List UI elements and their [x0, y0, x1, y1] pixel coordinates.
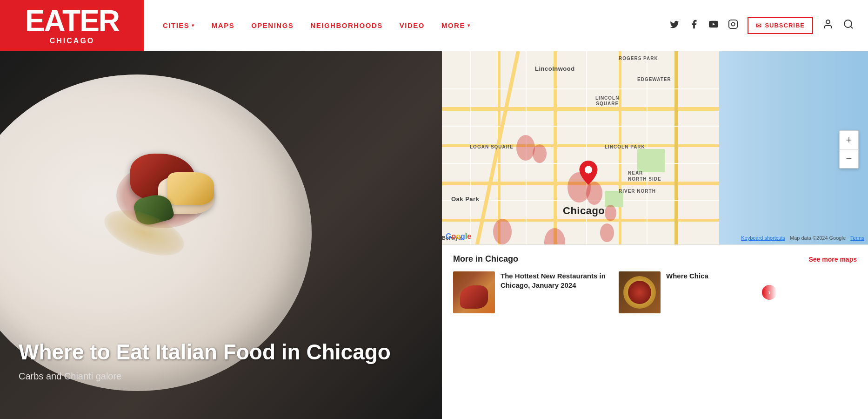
- card-2-text: Where Chica: [666, 271, 756, 281]
- pin-cluster: [600, 223, 614, 242]
- zoom-in-button[interactable]: +: [840, 131, 858, 149]
- park-area: [637, 149, 665, 172]
- map-label-rogers-park: ROGERS PARK: [619, 56, 658, 61]
- nav-openings[interactable]: OPENINGS: [251, 21, 294, 29]
- map-container[interactable]: ROGERS PARK Lincolnwood EDGEWATER LINCOL…: [442, 51, 868, 244]
- hero-section: Where to Eat Italian Food in Chicago Car…: [0, 51, 442, 419]
- map-label-edgewater: EDGEWATER: [637, 77, 671, 82]
- card-1-title: The Hottest New Restaurants in Chicago, …: [501, 271, 611, 290]
- map-attribution: Google: [446, 232, 471, 241]
- terms-link[interactable]: Terms: [850, 235, 864, 241]
- card-1-text: The Hottest New Restaurants in Chicago, …: [501, 271, 611, 290]
- map-label-near-north: NEARNORTH SIDE: [628, 170, 661, 182]
- header-right: SUBSCRIBE: [669, 17, 854, 34]
- card-2-image: [619, 271, 661, 313]
- road-vertical: [554, 51, 557, 244]
- see-more-maps-link[interactable]: See more maps: [809, 256, 857, 263]
- map-label-oak-park: Oak Park: [451, 196, 479, 203]
- search-icon[interactable]: [843, 19, 854, 33]
- pin-cluster: [533, 144, 547, 163]
- map-label-lincoln-square: LINCOLNSQUARE: [595, 95, 619, 107]
- subscribe-button[interactable]: SUBSCRIBE: [748, 17, 813, 34]
- more-section: More in Chicago See more maps The Hottes…: [442, 244, 868, 321]
- road-vertical: [674, 51, 678, 244]
- zoom-out-button[interactable]: −: [840, 149, 858, 168]
- right-panel: ROGERS PARK Lincolnwood EDGEWATER LINCOL…: [442, 51, 868, 419]
- chevron-down-icon: ▾: [467, 23, 471, 28]
- minor-road: [442, 126, 719, 127]
- nav-neighborhoods[interactable]: NEIGHBORHOODS: [310, 21, 382, 29]
- facebook-icon[interactable]: [689, 19, 699, 32]
- map-label-river-north: RIVER NORTH: [619, 189, 656, 194]
- hero-subtitle: Carbs and Chianti galore: [19, 371, 423, 382]
- nav-more[interactable]: MORE ▾: [441, 21, 471, 29]
- cards-row: The Hottest New Restaurants in Chicago, …: [453, 271, 857, 313]
- nav-cities[interactable]: CITIES ▾: [163, 21, 195, 29]
- map-footer: Keyboard shortcuts Map data ©2024 Google…: [741, 235, 864, 241]
- card-1-image: [453, 271, 495, 313]
- map-label-lincoln-park: LINCOLN PARK: [605, 144, 645, 149]
- card-1[interactable]: The Hottest New Restaurants in Chicago, …: [453, 271, 611, 313]
- map-label-lincolnwood: Lincolnwood: [535, 65, 575, 72]
- card-2[interactable]: Where Chica ›: [619, 271, 777, 313]
- svg-rect-0: [729, 20, 737, 28]
- youtube-icon[interactable]: [708, 19, 719, 32]
- map-data-text: Map data ©2024 Google: [790, 235, 846, 241]
- logo-eater: EATER: [25, 6, 119, 36]
- more-header: More in Chicago See more maps: [453, 254, 857, 264]
- main-map-pin: [579, 161, 598, 185]
- instagram-icon[interactable]: [728, 19, 738, 32]
- main-layout: Where to Eat Italian Food in Chicago Car…: [0, 51, 868, 419]
- hero-text: Where to Eat Italian Food in Chicago Car…: [19, 340, 423, 382]
- svg-point-5: [585, 166, 592, 173]
- card-arrow-button[interactable]: ›: [762, 285, 777, 300]
- card-2-title: Where Chica: [666, 271, 756, 281]
- google-logo: Google: [446, 232, 471, 240]
- pin-cluster: [586, 182, 602, 205]
- header: EATER CHICAGO CITIES ▾ MAPS OPENINGS NEI…: [0, 0, 868, 51]
- logo[interactable]: EATER CHICAGO: [0, 0, 144, 51]
- more-title: More in Chicago: [453, 254, 518, 264]
- logo-city: CHICAGO: [50, 37, 95, 45]
- user-icon[interactable]: [822, 19, 834, 33]
- keyboard-shortcuts-link[interactable]: Keyboard shortcuts: [741, 235, 785, 241]
- hero-title: Where to Eat Italian Food in Chicago: [19, 340, 423, 365]
- twitter-icon[interactable]: [669, 19, 680, 32]
- pin-cluster: [605, 205, 616, 221]
- map-label-chicago: Chicago: [563, 205, 605, 217]
- food-item-cheese: [167, 172, 214, 205]
- nav-video[interactable]: VIDEO: [400, 21, 425, 29]
- minor-road: [442, 88, 719, 89]
- svg-line-4: [851, 26, 853, 28]
- main-nav: CITIES ▾ MAPS OPENINGS NEIGHBORHOODS VID…: [163, 21, 669, 29]
- svg-point-2: [826, 20, 830, 24]
- nav-maps[interactable]: MAPS: [212, 21, 234, 29]
- zoom-controls: + −: [839, 130, 859, 169]
- map-label-logan-square: LOGAN SQUARE: [470, 144, 514, 149]
- map-background: ROGERS PARK Lincolnwood EDGEWATER LINCOL…: [442, 51, 868, 244]
- svg-point-3: [844, 20, 852, 27]
- pin-cluster: [493, 219, 512, 244]
- chevron-down-icon: ▾: [192, 23, 195, 28]
- pin-cluster: [516, 135, 535, 161]
